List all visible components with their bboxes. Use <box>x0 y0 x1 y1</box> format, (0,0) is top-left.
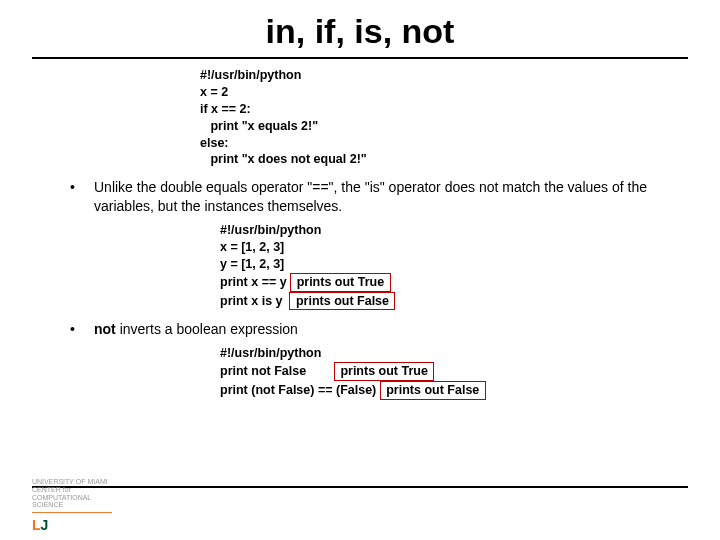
slide-title: in, if, is, not <box>0 0 720 57</box>
bullet-1: • Unlike the double equals operator "=="… <box>70 178 684 216</box>
bullet-text: Unlike the double equals operator "==", … <box>94 178 684 216</box>
code-line: x = [1, 2, 3] <box>220 239 720 256</box>
bullet-dot: • <box>70 178 94 216</box>
bullet-2: • not inverts a boolean expression <box>70 320 684 339</box>
code-line: #!/usr/bin/python <box>200 67 720 84</box>
code-line: #!/usr/bin/python <box>220 345 720 362</box>
output-highlight: prints out False <box>289 292 395 311</box>
code-line: if x == 2: <box>200 101 720 118</box>
bullet-text: not inverts a boolean expression <box>94 320 684 339</box>
footer-center: CENTER for COMPUTATIONAL SCIENCE <box>32 486 688 509</box>
code-block-3: #!/usr/bin/python print not False prints… <box>220 345 720 400</box>
code-line: print not False prints out True <box>220 362 720 381</box>
output-highlight: prints out True <box>290 273 390 292</box>
code-block-1: #!/usr/bin/python x = 2 if x == 2: print… <box>200 67 720 168</box>
footer-accent-line <box>32 512 112 513</box>
output-highlight: prints out False <box>380 381 486 400</box>
footer: UNIVERSITY OF MIAMI CENTER for COMPUTATI… <box>32 478 688 534</box>
title-underline <box>32 57 688 59</box>
code-line: print x is y prints out False <box>220 292 720 311</box>
code-line: #!/usr/bin/python <box>220 222 720 239</box>
code-line: print "x does not equal 2!" <box>200 151 720 168</box>
code-line: print (not False) == (False) prints out … <box>220 381 720 400</box>
code-line: print "x equals 2!" <box>200 118 720 135</box>
bullet-dot: • <box>70 320 94 339</box>
um-logo-icon: LJ <box>32 517 48 533</box>
code-line: print x == y prints out True <box>220 273 720 292</box>
code-block-2: #!/usr/bin/python x = [1, 2, 3] y = [1, … <box>220 222 720 310</box>
output-highlight: prints out True <box>334 362 434 381</box>
code-line: else: <box>200 135 720 152</box>
footer-univ: UNIVERSITY OF MIAMI <box>32 478 688 486</box>
code-line: x = 2 <box>200 84 720 101</box>
code-line: y = [1, 2, 3] <box>220 256 720 273</box>
